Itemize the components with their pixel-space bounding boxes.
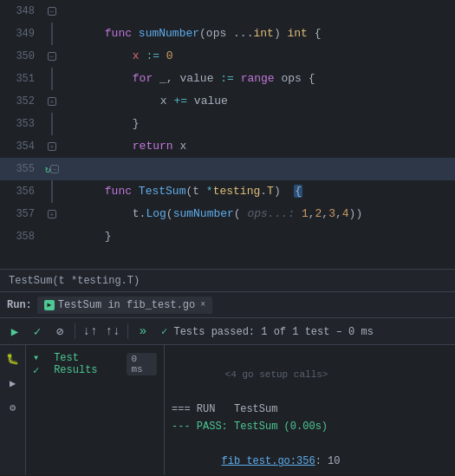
gutter-348[interactable]: − xyxy=(43,0,61,23)
code-line-358: 358 xyxy=(0,225,455,248)
run-tab[interactable]: ▶ TestSum in fib_test.go × xyxy=(37,297,212,314)
code-line-352: 352 + } xyxy=(0,90,455,113)
code-content-351: x += value xyxy=(61,68,455,90)
fold-icon-348[interactable]: − xyxy=(48,7,56,16)
line-number-350: 350 xyxy=(0,45,43,68)
fold-icon-357[interactable]: + xyxy=(48,210,56,218)
gutter-352[interactable]: + xyxy=(43,90,61,113)
code-line-356: 356 t.Log(sumNumber( ops...: 1,2,3,4)) xyxy=(0,180,455,203)
gutter-354[interactable]: + xyxy=(43,135,61,158)
sort-desc-button[interactable]: ↑↓ xyxy=(103,322,122,341)
gutter-356 xyxy=(43,180,61,203)
breadcrumb-text: TestSum(t *testing.T) xyxy=(9,275,140,287)
breadcrumb-bar: TestSum(t *testing.T) xyxy=(0,269,455,291)
line-number-356: 356 xyxy=(0,180,43,203)
tab-label: TestSum in fib_test.go xyxy=(58,299,195,311)
status-message: Tests passed: 1 of 1 test – 0 ms xyxy=(173,326,373,338)
code-line-353: 353 return x xyxy=(0,113,455,135)
toolbar-separator xyxy=(75,323,75,339)
code-content-356: t.Log(sumNumber( ops...: 1,2,3,4)) xyxy=(61,180,455,203)
code-content-353: return x xyxy=(61,113,455,135)
results-content: ▾ ✓ Test Results 0 ms <4 go setup calls>… xyxy=(26,345,455,475)
gutter-line xyxy=(51,113,53,135)
line-number-357: 357 xyxy=(0,203,43,225)
code-content-349: x := 0 xyxy=(61,23,455,45)
code-content-357: } xyxy=(61,203,455,225)
code-content-354: } xyxy=(61,135,455,158)
line-number-349: 349 xyxy=(0,23,43,45)
run-toolbar: ▶ ✓ ⊘ ↓↑ ↑↓ » ✓ Tests passed: 1 of 1 tes… xyxy=(0,317,455,345)
result-label: Test Results xyxy=(54,352,123,376)
gutter-line xyxy=(51,180,53,203)
code-line-355: 355 ↻ − func TestSum(t *testing.T) { xyxy=(0,158,455,180)
test-results-item[interactable]: ▾ ✓ Test Results 0 ms xyxy=(26,349,164,380)
stop-button[interactable]: ⊘ xyxy=(50,322,69,341)
line-number-358: 358 xyxy=(0,225,43,248)
forward-button[interactable]: » xyxy=(133,322,153,341)
code-content-348: func sumNumber(ops ...int) int { xyxy=(61,0,455,23)
code-content-352: } xyxy=(61,90,455,113)
results-left-panel: ▾ ✓ Test Results 0 ms xyxy=(26,345,165,475)
sidebar-icon-run[interactable]: ▶ xyxy=(4,375,22,392)
code-line-354: 354 + } xyxy=(0,135,455,158)
line-number-352: 352 xyxy=(0,90,43,113)
gutter-351 xyxy=(43,68,61,90)
fold-icon-350[interactable]: − xyxy=(48,52,56,61)
fold-icon-355[interactable]: − xyxy=(50,165,59,173)
line-number-351: 351 xyxy=(0,68,43,90)
sort-asc-button[interactable]: ↓↑ xyxy=(81,322,100,341)
fold-icon-352[interactable]: + xyxy=(48,97,56,106)
fold-icon-354[interactable]: + xyxy=(48,142,56,151)
tab-close-button[interactable]: × xyxy=(200,300,205,310)
check-button[interactable]: ✓ xyxy=(28,322,47,341)
debug-arrow-icon: ↻ xyxy=(45,164,51,175)
sidebar-icon-bug[interactable]: 🐛 xyxy=(4,350,22,368)
code-line-350: 350 − for _, value := range ops { xyxy=(0,45,455,68)
status-check: ✓ xyxy=(161,326,173,338)
output-line-run: === RUN TestSum xyxy=(172,401,448,418)
code-editor: 348 − func sumNumber(ops ...int) int { 3… xyxy=(0,0,455,269)
gutter-358 xyxy=(43,225,61,248)
code-line-351: 351 x += value xyxy=(0,68,455,90)
gutter-line xyxy=(51,23,53,45)
gutter-349 xyxy=(43,23,61,45)
code-line-357: 357 + } xyxy=(0,203,455,225)
results-sidebar: 🐛 ▶ ⚙ xyxy=(0,345,26,475)
code-content-358 xyxy=(61,225,455,248)
gutter-357[interactable]: + xyxy=(43,203,61,225)
status-text: ✓ Tests passed: 1 of 1 test – 0 ms xyxy=(161,325,374,338)
results-panel: 🐛 ▶ ⚙ ▾ ✓ Test Results 0 ms <4 go setup … xyxy=(0,345,455,475)
gutter-line xyxy=(51,68,53,90)
check-icon: ▾ ✓ xyxy=(33,351,50,377)
line-number-354: 354 xyxy=(0,135,43,158)
line-number-355: 355 xyxy=(0,158,43,180)
hint-text: <4 go setup calls> xyxy=(225,369,328,380)
output-line-pass: --- PASS: TestSum (0.00s) xyxy=(172,418,448,435)
run-panel-header: Run: ▶ TestSum in fib_test.go × xyxy=(0,291,455,317)
code-line-348: 348 − func sumNumber(ops ...int) int { xyxy=(0,0,455,23)
line-number-353: 353 xyxy=(0,113,43,135)
run-button[interactable]: ▶ xyxy=(5,322,24,341)
gutter-353 xyxy=(43,113,61,135)
run-label: Run: xyxy=(7,299,32,311)
toolbar-separator-2 xyxy=(127,323,128,339)
result-badge: 0 ms xyxy=(127,353,157,375)
gutter-355[interactable]: ↻ − xyxy=(43,158,61,180)
tab-icon: ▶ xyxy=(44,300,55,310)
sidebar-icon-settings[interactable]: ⚙ xyxy=(4,399,22,416)
results-right-panel: <4 go setup calls> === RUN TestSum --- P… xyxy=(165,345,455,475)
output-line-link: fib_test.go:356: 10 xyxy=(172,435,448,475)
code-content-355: func TestSum(t *testing.T) { xyxy=(61,158,455,180)
link-suffix: : 10 xyxy=(315,455,341,467)
code-content-350: for _, value := range ops { xyxy=(61,45,455,68)
go-calls-hint: <4 go setup calls> xyxy=(172,349,448,401)
line-number-348: 348 xyxy=(0,0,43,23)
file-link[interactable]: fib_test.go:356 xyxy=(222,455,315,467)
code-line-349: 349 x := 0 xyxy=(0,23,455,45)
gutter-350[interactable]: − xyxy=(43,45,61,68)
